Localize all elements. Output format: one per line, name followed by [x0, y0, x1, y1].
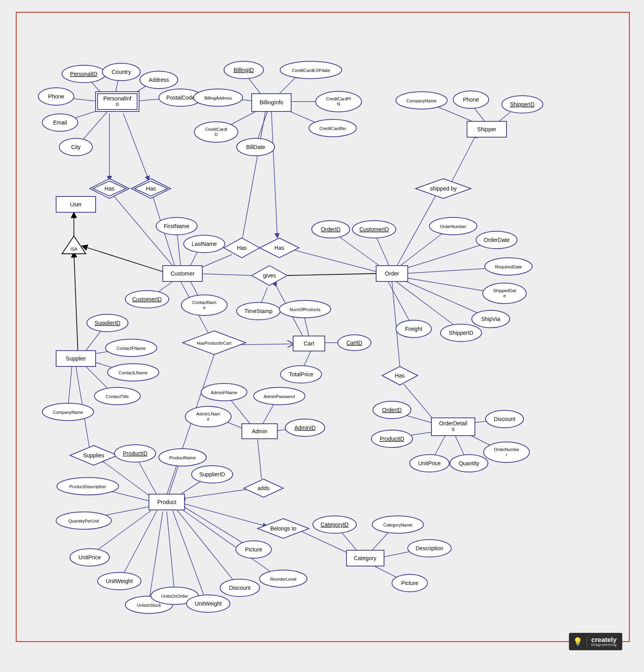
attr-adminid[interactable]: AdminID	[285, 419, 325, 436]
attr-adminlname[interactable]: AdminLName	[185, 406, 231, 427]
rel-hasproductincart[interactable]: HasProductInCart	[183, 331, 246, 355]
attr-unitweight1[interactable]: UnitWeight	[98, 572, 141, 590]
attr-customerid-c[interactable]: CustomerID	[125, 291, 169, 308]
isa-node[interactable]: ISA	[62, 236, 86, 254]
entity-billinginfo[interactable]: BillingInfo	[252, 94, 291, 111]
attr-od-productid[interactable]: ProductID	[371, 430, 412, 447]
label: Belongs to	[270, 525, 296, 532]
label: ShipperID	[449, 330, 473, 336]
rel-belongsto[interactable]: Belongs to	[258, 519, 309, 538]
isa-label: ISA	[70, 247, 77, 251]
attr-od-orderid[interactable]: OrderID	[373, 401, 411, 419]
entity-supplier[interactable]: Supplier	[56, 351, 96, 366]
attr-phone-sh[interactable]: Phone	[453, 91, 489, 108]
attr-ccid[interactable]: CreditCardID	[194, 122, 238, 142]
attr-personalid[interactable]: PersonalID	[62, 65, 105, 83]
attr-shipperid-o[interactable]: ShipperID	[441, 324, 482, 342]
attr-email[interactable]: Email	[42, 114, 78, 131]
rel-has3[interactable]: Has	[224, 238, 260, 258]
attr-supplierid-p[interactable]: SupplierID	[192, 466, 233, 483]
attr-address[interactable]: Address	[140, 71, 178, 89]
attr-totalprice[interactable]: TotalPrice	[281, 366, 322, 383]
attr-ccno[interactable]: CreditCardNo	[309, 119, 356, 137]
attr-picture-p[interactable]: Picture	[236, 541, 271, 558]
attr-billdate[interactable]: BillDate	[237, 138, 275, 156]
label: Phone	[463, 96, 479, 103]
rel-gives[interactable]: gives	[252, 266, 287, 285]
entity-shipper[interactable]: Shipper	[467, 121, 507, 137]
attr-productid[interactable]: ProductID	[115, 445, 156, 462]
attr-billingaddress[interactable]: BillingAddress	[194, 89, 243, 106]
attr-adminpassword[interactable]: AdminPassword	[254, 387, 305, 405]
attr-city[interactable]: City	[59, 138, 92, 156]
attr-cartid[interactable]: CartID	[338, 335, 371, 351]
entity-customer[interactable]: Customer	[163, 266, 202, 281]
attr-ccpin[interactable]: CreditCardPIN	[316, 91, 362, 112]
attr-ordernumber[interactable]: OrderNumber	[429, 217, 477, 235]
attr-orderid[interactable]: OrderID	[312, 221, 350, 238]
entity-category[interactable]: Category	[346, 550, 384, 566]
label: User	[70, 201, 82, 208]
label: CategoryID	[321, 521, 349, 528]
rel-adds[interactable]: adds	[244, 479, 283, 497]
attr-description[interactable]: Description	[408, 540, 451, 557]
svg-line-86	[181, 505, 252, 548]
entity-cart[interactable]: Cart	[293, 336, 325, 351]
entity-user[interactable]: User	[56, 196, 96, 212]
attr-country[interactable]: Country	[102, 63, 140, 81]
svg-line-65	[68, 366, 72, 408]
attr-productname[interactable]: ProductName	[159, 449, 206, 466]
attr-billingid[interactable]: BillingID	[224, 61, 264, 79]
attr-orderdate[interactable]: OrderDate	[476, 231, 517, 249]
attr-reorderlevel[interactable]: ReorderLevel	[260, 570, 307, 587]
attr-od-ordernumber[interactable]: OrderNumber	[484, 442, 529, 462]
attr-firstname[interactable]: FirstName	[156, 217, 197, 235]
entity-admin[interactable]: Admin	[242, 424, 277, 439]
entity-orderdetails[interactable]: OrderDetails	[431, 418, 475, 436]
attr-shippeddate[interactable]: ShippedDate	[483, 283, 526, 304]
attr-contactfname[interactable]: ContactFName	[105, 339, 157, 357]
attr-contacttitle[interactable]: ContactTitle	[94, 387, 140, 405]
rel-has4[interactable]: Has	[260, 238, 299, 258]
attr-picture-c[interactable]: Picture	[392, 574, 427, 592]
attr-ccexp[interactable]: CreditCardEXPdate	[280, 61, 342, 79]
attr-freight[interactable]: Freight	[396, 320, 431, 338]
rel-supplies[interactable]: Supplies	[70, 445, 117, 465]
attr-customerid-o[interactable]: CustomerID	[352, 221, 396, 238]
attr-shipperid[interactable]: ShipperID	[502, 96, 543, 113]
attr-contactlname[interactable]: ContactLName	[107, 364, 159, 381]
attr-unitweight2[interactable]: UnitWeight	[186, 595, 230, 612]
attr-qpu[interactable]: QuantityPerUnit	[56, 512, 111, 529]
attr-supplierid[interactable]: SupplierID	[87, 314, 128, 332]
attr-od-unitprice[interactable]: UnitPrice	[410, 455, 449, 472]
svg-line-25	[82, 246, 169, 274]
attr-discount-p[interactable]: Discount	[220, 579, 260, 596]
attr-shipvia[interactable]: ShipVia	[472, 310, 510, 328]
label: OrderDate	[484, 237, 510, 243]
label: CustomerID	[132, 296, 162, 302]
attr-companyname-sh[interactable]: CompanyName	[396, 92, 447, 109]
rel-has2[interactable]: Has	[131, 179, 171, 198]
attr-od-quantity[interactable]: Quantity	[450, 455, 488, 472]
attr-adminfname[interactable]: AdminFName	[201, 383, 247, 401]
attr-lastname[interactable]: LastName	[184, 235, 225, 253]
attr-unitprice-p[interactable]: UnitPrice	[70, 549, 109, 566]
attr-companyname-su[interactable]: CompanyName	[42, 403, 94, 421]
attr-timestamp[interactable]: TimeStamp	[237, 302, 280, 320]
rel-has5[interactable]: Has	[382, 366, 418, 385]
attr-phone-pi[interactable]: Phone	[38, 88, 74, 105]
entity-order[interactable]: Order	[376, 266, 408, 281]
attr-categoryname[interactable]: CategoryName	[372, 516, 424, 533]
entity-personalinfo[interactable]: PersonalInfo	[96, 92, 139, 111]
label: ProductID	[123, 450, 147, 457]
attr-requireddate[interactable]: RequiredDate	[485, 258, 532, 275]
attr-od-discount[interactable]: Discount	[486, 410, 523, 428]
attr-productdesc[interactable]: ProductDescription	[57, 478, 119, 495]
attr-categoryid[interactable]: CategoryID	[313, 516, 356, 533]
label: OrderID	[321, 226, 341, 232]
rel-shippedby[interactable]: shipped by	[416, 179, 471, 198]
rel-has1[interactable]: Has	[90, 179, 129, 198]
attr-numofproducts[interactable]: NumOfProducts	[279, 300, 331, 318]
attr-contactname[interactable]: ContactName	[181, 295, 227, 315]
entity-product[interactable]: Product	[149, 494, 185, 510]
